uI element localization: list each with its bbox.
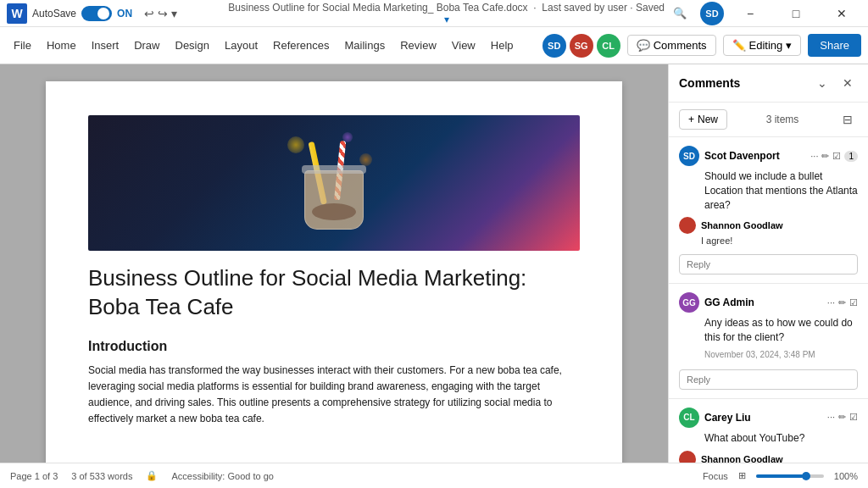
comment-author-row-3: CL Carey Liu ··· ✏ ☑	[679, 408, 858, 428]
autosave-state: ON	[117, 8, 132, 19]
reply-avatar-sg-3	[679, 451, 696, 463]
reply-avatar-sg-1	[679, 217, 696, 234]
more-options-icon-2[interactable]: ···	[827, 297, 835, 308]
close-panel-icon[interactable]: ✕	[837, 73, 858, 93]
status-bar: Page 1 of 3 3 of 533 words 🔒 Accessibili…	[0, 463, 868, 488]
word-logo: W	[7, 3, 27, 24]
filter-icon[interactable]: ⊟	[837, 109, 858, 130]
new-btn-label: New	[698, 114, 718, 125]
comment-thread-2: GG GG Admin ··· ✏ ☑ Any ideas as to how …	[669, 284, 868, 399]
document-page: Business Outline for Social Media Market…	[46, 81, 622, 463]
main-area: Business Outline for Social Media Market…	[0, 64, 868, 463]
comment-timestamp-2: November 03, 2024, 3:48 PM	[704, 350, 858, 359]
plus-icon: +	[688, 114, 694, 125]
word-count: 3 of 533 words	[71, 471, 132, 481]
track-changes-icon[interactable]: 🔒	[146, 470, 158, 481]
header-icons: ⌄ ✕	[812, 73, 858, 93]
comments-button[interactable]: 💬 Comments	[627, 35, 716, 56]
page-info: Page 1 of 3	[10, 471, 58, 481]
menu-help[interactable]: Help	[484, 36, 520, 55]
more-options-icon-3[interactable]: ···	[827, 412, 835, 423]
items-count: 3 items	[734, 114, 831, 125]
title-bar-filename: Business Outline for Social Media Market…	[226, 2, 666, 25]
reply-author-row-3: Shannon Goodlaw	[679, 451, 858, 463]
resolve-icon-2[interactable]: ☑	[849, 297, 858, 308]
document-area: Business Outline for Social Media Market…	[0, 64, 668, 463]
share-button[interactable]: Share	[808, 34, 861, 57]
comments-panel: Comments ⌄ ✕ + New 3 items ⊟ SD Scot Dav…	[668, 64, 868, 463]
view-icons[interactable]: ⊞	[738, 470, 746, 481]
zoom-slider[interactable]	[756, 474, 824, 478]
zoom-level: 100%	[834, 471, 858, 481]
reply-input-1[interactable]	[679, 254, 858, 274]
menu-view[interactable]: View	[445, 36, 482, 55]
accessibility-status: Accessibility: Good to go	[171, 471, 273, 481]
avatar-sg[interactable]: SG	[570, 34, 593, 58]
comment-text-1: Should we include a bullet Location that…	[704, 169, 858, 212]
autosave-toggle-knob	[97, 8, 109, 19]
comment-actions-1: ··· ✏ ☑ 1	[810, 151, 858, 162]
resolve-icon-3[interactable]: ☑	[849, 412, 858, 423]
close-button[interactable]: ✕	[822, 0, 861, 27]
reply-text-1: I agree!	[701, 236, 858, 246]
document-body-text: Social media has transformed the way bus…	[88, 363, 580, 428]
status-bar-right: Focus ⊞ 100%	[703, 470, 858, 481]
collapse-icon[interactable]: ⌄	[812, 73, 832, 93]
title-bar-left: W AutoSave ON ↩ ↪ ▾	[7, 3, 226, 24]
menu-home[interactable]: Home	[40, 36, 83, 55]
maximize-button[interactable]: □	[776, 0, 815, 27]
comment-author-row-2: GG GG Admin ··· ✏ ☑	[679, 292, 858, 313]
comment-thread-1: SD Scot Davenport ··· ✏ ☑ 1 Should we in…	[669, 137, 868, 284]
title-bar-right: 🔍 SD − □ ✕	[666, 0, 861, 27]
comment-badge-1: 1	[844, 151, 858, 162]
title-bar: W AutoSave ON ↩ ↪ ▾ Business Outline for…	[0, 0, 868, 27]
avatar-sd[interactable]: SD	[542, 34, 566, 58]
toolbar-icons: ↩ ↪ ▾	[144, 7, 177, 20]
resolve-icon-1[interactable]: ☑	[832, 151, 841, 162]
comment-icon: 💬	[637, 39, 650, 52]
editing-btn-label: Editing	[749, 39, 783, 52]
search-button[interactable]: 🔍	[666, 0, 693, 27]
comment-author-name-3: Carey Liu	[704, 412, 822, 424]
more-options-icon-1[interactable]: ···	[810, 151, 818, 162]
document-hero-image	[88, 115, 580, 251]
ribbon-right: SD SG CL 💬 Comments ✏️ Editing ▾ Share	[542, 34, 861, 58]
comments-header: Comments ⌄ ✕	[669, 64, 868, 103]
avatar-cl[interactable]: CL	[597, 34, 620, 58]
menu-layout[interactable]: Layout	[218, 36, 264, 55]
user-avatar-sd[interactable]: SD	[700, 2, 724, 25]
comment-avatar-gg: GG	[679, 292, 699, 313]
comments-toolbar: + New 3 items ⊟	[669, 103, 868, 137]
menu-design[interactable]: Design	[169, 36, 216, 55]
autosave-toggle[interactable]	[81, 6, 112, 21]
reply-author-row-1: Shannon Goodlaw	[679, 217, 858, 234]
new-comment-button[interactable]: + New	[679, 109, 727, 130]
comment-text-3: What about YouTube?	[704, 431, 858, 446]
menu-mailings[interactable]: Mailings	[338, 36, 392, 55]
document-section-heading: Introduction	[88, 339, 580, 354]
menu-draw[interactable]: Draw	[127, 36, 166, 55]
menu-insert[interactable]: Insert	[85, 36, 126, 55]
comments-panel-title: Comments	[679, 76, 812, 90]
comment-thread-3: CL Carey Liu ··· ✏ ☑ What about YouTube?…	[669, 399, 868, 463]
edit-icon-2[interactable]: ✏	[838, 297, 846, 308]
comment-text-2: Any ideas as to how we could do this for…	[704, 316, 858, 345]
minimize-button[interactable]: −	[731, 0, 770, 27]
menu-file[interactable]: File	[7, 36, 38, 55]
zoom-slider-fill	[756, 474, 804, 478]
document-title: Business Outline for Social Media Market…	[88, 264, 580, 322]
pencil-icon: ✏️	[732, 39, 746, 52]
edit-icon-3[interactable]: ✏	[838, 412, 846, 423]
edit-icon-1[interactable]: ✏	[821, 151, 829, 162]
menu-references[interactable]: References	[266, 36, 336, 55]
comment-author-row-1: SD Scot Davenport ··· ✏ ☑ 1	[679, 146, 858, 166]
reply-author-name-3: Shannon Goodlaw	[701, 454, 783, 463]
focus-label[interactable]: Focus	[703, 471, 728, 481]
comment-actions-2: ··· ✏ ☑	[827, 297, 858, 308]
comment-avatar-sd: SD	[679, 146, 699, 166]
autosave-label: AutoSave	[32, 8, 76, 19]
comment-author-name-2: GG Admin	[704, 297, 822, 308]
reply-input-2[interactable]	[679, 369, 858, 390]
menu-review[interactable]: Review	[393, 36, 443, 55]
editing-button[interactable]: ✏️ Editing ▾	[723, 35, 802, 56]
